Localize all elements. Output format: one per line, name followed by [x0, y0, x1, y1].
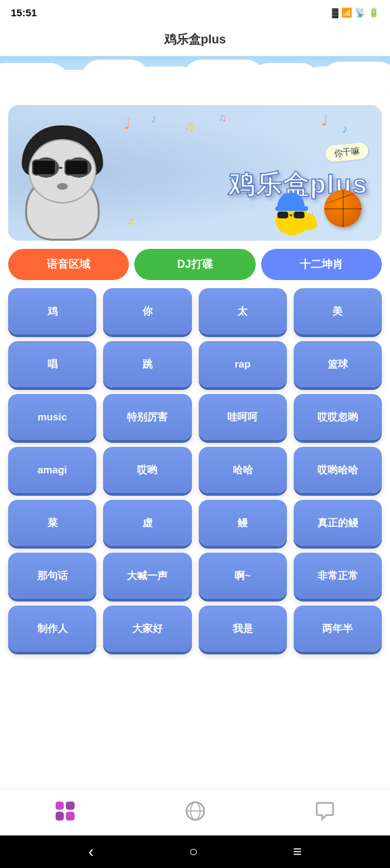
sound-btn-5[interactable]: 跳 — [103, 341, 191, 387]
sound-btn-24[interactable]: 制作人 — [8, 606, 96, 652]
wifi-icon: 📶 — [341, 7, 352, 18]
nav-item-home[interactable] — [0, 799, 130, 823]
banner-chick — [273, 191, 311, 235]
category-row: 语音区域 DJ打碟 十二坤肖 — [8, 249, 382, 280]
sound-btn-12[interactable]: amagi — [8, 447, 96, 493]
sound-btn-10[interactable]: 哇呵呵 — [199, 394, 287, 440]
sound-btn-13[interactable]: 哎哟 — [103, 447, 191, 493]
nav-item-discover[interactable] — [130, 799, 260, 823]
sound-btn-26[interactable]: 我是 — [199, 606, 287, 652]
sound-btn-22[interactable]: 啊~ — [199, 553, 287, 599]
sound-btn-19[interactable]: 真正的鳗 — [294, 500, 382, 546]
android-nav-bar: ‹ ○ ≡ — [0, 835, 390, 868]
sound-btn-25[interactable]: 大家好 — [103, 606, 191, 652]
category-dj-btn[interactable]: DJ打碟 — [134, 249, 255, 280]
sound-btn-21[interactable]: 大喊一声 — [103, 553, 191, 599]
music-note-3: ♫ — [184, 119, 195, 134]
music-note-4: ♩ — [321, 112, 328, 130]
app-title: 鸡乐盒plus — [164, 33, 226, 46]
category-zodiac-btn[interactable]: 十二坤肖 — [261, 249, 382, 280]
sound-btn-15[interactable]: 哎哟哈哈 — [294, 447, 382, 493]
nav-item-message[interactable] — [260, 799, 390, 823]
music-note-2: ♪ — [151, 112, 157, 126]
sound-btn-8[interactable]: music — [8, 394, 96, 440]
sound-btn-27[interactable]: 两年半 — [294, 606, 382, 652]
bottom-nav — [0, 788, 390, 835]
battery-icon: ▓ — [332, 7, 338, 18]
sound-btn-14[interactable]: 哈哈 — [199, 447, 287, 493]
status-icons: ▓ 📶 📡 🔋 — [332, 7, 379, 18]
status-bar: 15:51 ▓ 📶 📡 🔋 — [0, 0, 390, 24]
banner-panda — [15, 119, 110, 241]
sound-btn-11[interactable]: 哎哎忽哟 — [294, 394, 382, 440]
music-note-6: ♬ — [127, 215, 135, 227]
sound-btn-0[interactable]: 鸡 — [8, 288, 96, 334]
message-icon — [313, 799, 337, 823]
sound-btn-23[interactable]: 非常正常 — [294, 553, 382, 599]
android-home-btn[interactable]: ○ — [189, 843, 197, 861]
sound-btn-1[interactable]: 你 — [103, 288, 191, 334]
app-header: 鸡乐盒plus — [0, 24, 390, 56]
sound-buttons-grid: 鸡 你 太 美 唱 跳 rap 篮球 music 特别厉害 哇呵呵 哎哎忽哟 a… — [8, 288, 382, 652]
sound-btn-6[interactable]: rap — [199, 341, 287, 387]
main-content: ♩ ♪ ♫ ♩ ♪ ♬ ♫ ♩ — [0, 97, 390, 788]
sound-btn-17[interactable]: 虚 — [103, 500, 191, 546]
home-icon — [53, 799, 77, 823]
banner: ♩ ♪ ♫ ♩ ♪ ♬ ♫ ♩ — [8, 105, 382, 241]
android-menu-btn[interactable]: ≡ — [293, 843, 302, 861]
banner-subtitle: 你干嘛 — [325, 142, 369, 162]
signal-icon: 📡 — [355, 7, 366, 18]
sound-btn-3[interactable]: 美 — [294, 288, 382, 334]
category-voice-btn[interactable]: 语音区域 — [8, 249, 129, 280]
sound-btn-2[interactable]: 太 — [199, 288, 287, 334]
sound-btn-4[interactable]: 唱 — [8, 341, 96, 387]
sound-btn-20[interactable]: 那句话 — [8, 553, 96, 599]
sound-btn-18[interactable]: 鳗 — [199, 500, 287, 546]
discover-icon — [183, 799, 208, 823]
music-note-5: ♪ — [342, 122, 348, 136]
status-time: 15:51 — [11, 7, 37, 18]
music-note-1: ♩ — [123, 115, 130, 133]
sound-btn-9[interactable]: 特别厉害 — [103, 394, 191, 440]
music-note-7: ♫ — [218, 112, 227, 124]
sound-btn-7[interactable]: 篮球 — [294, 341, 382, 387]
cloud-decoration — [0, 56, 390, 97]
sound-btn-16[interactable]: 菜 — [8, 500, 96, 546]
android-back-btn[interactable]: ‹ — [88, 842, 94, 861]
banner-basketball — [324, 190, 362, 227]
battery-level: 🔋 — [368, 7, 379, 18]
